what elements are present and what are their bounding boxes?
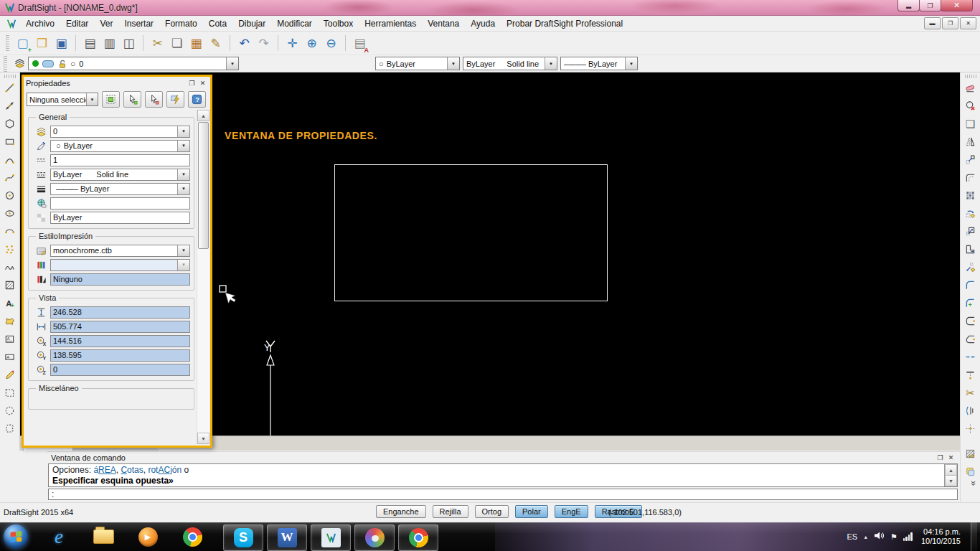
- batch-print-icon[interactable]: ▥: [100, 34, 119, 53]
- line-icon[interactable]: [1, 79, 19, 97]
- skype-icon[interactable]: S: [223, 524, 263, 551]
- menu-item[interactable]: Modificar: [271, 17, 318, 31]
- menu-item[interactable]: Probar DraftSight Professional: [501, 17, 628, 31]
- property-field[interactable]: monochrome.ctb: [50, 245, 190, 257]
- select-plus-icon[interactable]: [123, 91, 141, 108]
- panel-scrollbar[interactable]: ▲ ▼: [197, 110, 209, 444]
- menu-item[interactable]: Herramientas: [359, 17, 422, 31]
- infinite-line-icon[interactable]: [1, 97, 19, 115]
- annotate-icon[interactable]: ▤A: [350, 34, 369, 53]
- copy-icon[interactable]: ❏: [961, 115, 979, 133]
- hatch-icon[interactable]: [1, 276, 19, 294]
- start-button[interactable]: [4, 524, 28, 549]
- internet-explorer-icon[interactable]: e: [45, 522, 72, 551]
- tray-clock[interactable]: 04:16 p.m. 10/10/2015: [921, 527, 961, 546]
- property-field[interactable]: ByLayer: [50, 212, 190, 224]
- menu-item[interactable]: Formato: [159, 17, 203, 31]
- toolbar-grip[interactable]: [6, 35, 9, 51]
- word-icon[interactable]: W: [267, 524, 307, 551]
- window-titlebar[interactable]: DraftSight - [NONAME_0.dwg*]: [0, 0, 980, 16]
- rotate-icon[interactable]: [961, 204, 979, 222]
- edit-hatch-icon[interactable]: [961, 445, 979, 463]
- freehand-icon[interactable]: [1, 258, 19, 276]
- cut-icon[interactable]: ✂: [148, 34, 167, 53]
- property-field[interactable]: 1: [50, 154, 190, 166]
- delete-duplicates-icon[interactable]: [961, 97, 979, 115]
- layer-manager-icon[interactable]: [11, 56, 28, 72]
- network-icon[interactable]: ⚑: [890, 532, 897, 542]
- redo-icon[interactable]: ↷: [254, 34, 273, 53]
- paint-icon[interactable]: [354, 524, 395, 551]
- more-tools-icon[interactable]: »: [961, 481, 979, 499]
- menu-item[interactable]: Editar: [60, 17, 94, 31]
- format-painter-icon[interactable]: ✎: [206, 34, 225, 53]
- property-field[interactable]: ○ByLayer: [50, 140, 190, 152]
- command-option-link[interactable]: áREA: [93, 465, 116, 475]
- circle-icon[interactable]: [1, 187, 19, 204]
- select-entities-icon[interactable]: [102, 91, 120, 108]
- menu-item[interactable]: Ventana: [422, 17, 465, 31]
- delete-icon[interactable]: [961, 79, 979, 97]
- chrome-icon[interactable]: [398, 524, 438, 551]
- help-icon[interactable]: ?: [188, 91, 206, 108]
- power-trim-icon[interactable]: [961, 366, 979, 384]
- mdi-restore-icon[interactable]: ❐: [942, 17, 958, 29]
- dropdown-arrow-icon[interactable]: [545, 57, 557, 70]
- panel-float-icon[interactable]: ❐: [935, 453, 946, 463]
- fillet-options-icon[interactable]: +: [961, 294, 979, 312]
- scroll-up-icon[interactable]: ▲: [945, 464, 957, 476]
- properties-panel-header[interactable]: Propiedades ❐ ✕: [24, 77, 210, 89]
- menu-item[interactable]: Archivo: [20, 17, 60, 31]
- minimize-icon[interactable]: [897, 0, 920, 11]
- command-option-link[interactable]: Cotas: [121, 465, 143, 475]
- status-toggle-button[interactable]: EngE: [555, 505, 588, 518]
- print-icon[interactable]: ▤: [80, 34, 100, 53]
- pan-icon[interactable]: ✛: [283, 34, 302, 53]
- arc-icon[interactable]: [1, 151, 19, 169]
- command-input[interactable]: :: [48, 489, 958, 500]
- tray-expand-icon[interactable]: ▲: [863, 534, 868, 540]
- dropdown-arrow-icon[interactable]: [177, 245, 189, 256]
- quick-select-icon[interactable]: [166, 91, 184, 108]
- dropdown-arrow-icon[interactable]: [447, 57, 459, 70]
- panel-close-icon[interactable]: ✕: [946, 453, 956, 463]
- command-option-link[interactable]: rotACión: [148, 465, 182, 475]
- menu-item[interactable]: Ver: [94, 17, 118, 31]
- mdi-minimize-icon[interactable]: ▬: [924, 17, 941, 29]
- mirror-icon[interactable]: [961, 133, 979, 151]
- insert-text-icon[interactable]: A+: [1, 294, 19, 312]
- command-scrollbar[interactable]: ▲ ▼: [944, 464, 957, 486]
- ellipse-arc-icon[interactable]: [1, 222, 19, 240]
- menu-item[interactable]: Ayuda: [465, 17, 501, 31]
- media-player-icon[interactable]: ▶: [134, 522, 161, 551]
- layer-combo[interactable]: ○ 0: [28, 57, 239, 70]
- chamfer-angle-icon[interactable]: [961, 330, 979, 348]
- fillet-icon[interactable]: [961, 276, 979, 294]
- scroll-down-icon[interactable]: ▼: [945, 475, 957, 486]
- chrome-icon[interactable]: [179, 522, 206, 551]
- dropdown-arrow-icon[interactable]: [625, 57, 637, 70]
- scrollbar-thumb[interactable]: [198, 122, 209, 249]
- menu-item[interactable]: Insertar: [118, 17, 159, 31]
- dropdown-arrow-icon[interactable]: [226, 57, 238, 70]
- region-icon[interactable]: [1, 312, 19, 330]
- join-icon[interactable]: [961, 348, 979, 366]
- close-icon[interactable]: [941, 0, 973, 11]
- move-icon[interactable]: [961, 151, 979, 169]
- menu-item[interactable]: Toolbox: [318, 17, 359, 31]
- dropdown-arrow-icon[interactable]: [177, 126, 189, 137]
- print-preview-icon[interactable]: ◫: [119, 34, 138, 53]
- simple-note-icon[interactable]: A _: [1, 348, 19, 366]
- status-toggle-button[interactable]: Ortog: [475, 505, 509, 518]
- new-icon[interactable]: ▢+: [13, 34, 32, 53]
- selection-combo[interactable]: Ninguna selecció: [27, 93, 98, 106]
- property-field[interactable]: ByLayerSolid line: [50, 169, 190, 181]
- language-indicator[interactable]: ES: [847, 532, 857, 541]
- select-rectangle-icon[interactable]: [1, 384, 19, 402]
- sheets-icon[interactable]: [961, 463, 979, 481]
- point-icon[interactable]: [1, 240, 19, 258]
- scale-icon[interactable]: [961, 222, 979, 240]
- spline-icon[interactable]: [1, 169, 19, 187]
- dropdown-arrow-icon[interactable]: [177, 184, 189, 194]
- menu-item[interactable]: Cota: [203, 17, 232, 31]
